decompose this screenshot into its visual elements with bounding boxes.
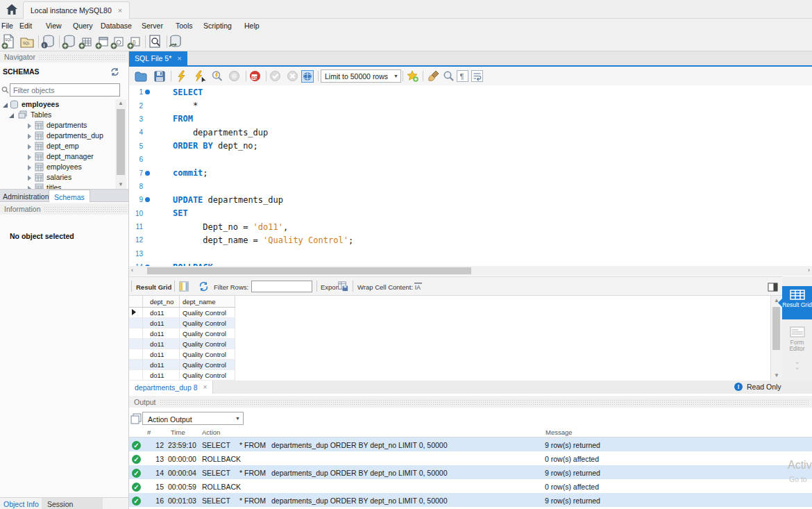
- rollback-x-icon[interactable]: [287, 70, 299, 83]
- sql-file-tab[interactable]: SQL File 5* ×: [129, 51, 187, 65]
- output-row[interactable]: ✓1500:00:59ROLLBACK0 row(s) affected: [129, 479, 812, 493]
- grid-cell[interactable]: do11: [143, 370, 180, 381]
- clean-sql-icon[interactable]: [428, 70, 440, 83]
- output-row[interactable]: ✓1300:00:00ROLLBACK0 row(s) affected: [129, 451, 812, 465]
- tree-item-dept_emp[interactable]: dept_emp: [0, 141, 115, 151]
- open-sql-script-icon[interactable]: SQL: [19, 34, 35, 49]
- editor-line-14[interactable]: 14ROLLBACK: [129, 260, 812, 266]
- grid-row[interactable]: do11Quality Control: [129, 339, 235, 349]
- editor-line-9[interactable]: 9UPDATE departments_dup: [129, 193, 812, 206]
- tree-scrollbar[interactable]: ▲ ▼: [115, 99, 126, 189]
- new-function-icon[interactable]: {}: [127, 34, 142, 49]
- menu-help[interactable]: Help: [244, 22, 260, 30]
- expand-arrow-icon[interactable]: [26, 164, 33, 170]
- result-set-tab[interactable]: departments_dup 8 ×: [129, 381, 213, 394]
- grid-icon[interactable]: [179, 281, 189, 292]
- stop-on-error-icon[interactable]: SQL: [249, 70, 262, 83]
- new-snippet-icon[interactable]: [407, 70, 419, 83]
- tree-item-Tables[interactable]: Tables: [0, 110, 115, 120]
- menu-edit[interactable]: Edit: [19, 22, 32, 30]
- connection-tab-close-icon[interactable]: ×: [118, 6, 122, 15]
- invisible-chars-icon[interactable]: ¶: [457, 70, 469, 83]
- tree-scrollbar-thumb[interactable]: [117, 109, 125, 175]
- editor-line-4[interactable]: 4 departments_dup: [129, 126, 812, 139]
- open-script-icon[interactable]: [135, 70, 147, 83]
- sql-editor[interactable]: 1SELECT2 *3FROM4 departments_dup5ORDER B…: [129, 85, 812, 266]
- grid-row[interactable]: do11Quality Control: [129, 370, 235, 381]
- home-icon[interactable]: [6, 3, 18, 16]
- grid-cell[interactable]: Quality Control: [180, 360, 235, 370]
- grid-cell[interactable]: do11: [143, 349, 180, 360]
- connection-info-icon[interactable]: i: [41, 34, 56, 49]
- connection-tab[interactable]: Local instance MySQL80 ×: [23, 1, 130, 19]
- editor-line-12[interactable]: 12 dept_name = 'Quality Control';: [129, 233, 812, 247]
- wrap-text-icon[interactable]: [471, 70, 484, 83]
- output-row[interactable]: ✓1600:01:03SELECT* FROMdepartments_dup O…: [129, 493, 812, 507]
- editor-line-5[interactable]: 5ORDER BY dept_no;: [129, 140, 812, 153]
- editor-line-7[interactable]: 7commit;: [129, 166, 812, 179]
- tab-object-info[interactable]: Object Info: [3, 500, 39, 508]
- editor-line-13[interactable]: 13: [129, 247, 812, 260]
- editor-line-2[interactable]: 2 *: [129, 99, 812, 112]
- export-icon[interactable]: [338, 281, 348, 292]
- scroll-up-icon[interactable]: ▲: [115, 100, 126, 107]
- tree-item-departments_dup[interactable]: departments_dup: [0, 131, 115, 141]
- grid-scrollbar-thumb[interactable]: [772, 307, 780, 350]
- find-icon[interactable]: [443, 70, 455, 83]
- editor-line-6[interactable]: 6: [129, 153, 812, 166]
- tree-item-departments[interactable]: departments: [0, 120, 115, 131]
- explain-plan-icon[interactable]: [211, 70, 223, 83]
- data-migration-icon[interactable]: [168, 34, 183, 49]
- tree-item-employees[interactable]: employees: [0, 99, 115, 110]
- new-sql-file-icon[interactable]: SQL: [1, 34, 17, 49]
- panel-more-chevron-icon[interactable]: ⌄⌄: [782, 358, 812, 369]
- sql-file-tab-close-icon[interactable]: ×: [177, 54, 181, 62]
- output-type-dropdown[interactable]: Action Output ▼: [142, 412, 244, 425]
- grid-column-header[interactable]: dept_name: [180, 296, 235, 307]
- tab-administration[interactable]: Administration: [3, 192, 49, 201]
- menu-server[interactable]: Server: [142, 22, 163, 30]
- tab-schemas[interactable]: Schemas: [49, 190, 90, 202]
- editor-line-11[interactable]: 11 Dept_no = 'do11',: [129, 220, 812, 233]
- grid-cell[interactable]: do11: [143, 328, 180, 339]
- grid-cell[interactable]: do11: [143, 339, 180, 349]
- menu-scripting[interactable]: Scripting: [203, 22, 232, 30]
- grid-cell[interactable]: Quality Control: [180, 370, 235, 381]
- search-objects-icon[interactable]: [148, 34, 163, 49]
- refresh-icon[interactable]: [198, 281, 209, 292]
- tree-item-dept_manager[interactable]: dept_manager: [0, 151, 115, 162]
- menu-query[interactable]: Query: [73, 22, 93, 30]
- wrap-cell-icon[interactable]: IA: [413, 281, 423, 292]
- scroll-down-icon[interactable]: ▼: [771, 372, 782, 379]
- menu-file[interactable]: File: [1, 22, 13, 30]
- grid-cell[interactable]: Quality Control: [180, 308, 235, 318]
- editor-hscrollbar-thumb[interactable]: [147, 267, 471, 274]
- expand-arrow-icon[interactable]: [26, 122, 33, 128]
- new-stored-procedure-icon[interactable]: [110, 34, 126, 49]
- new-connection-icon[interactable]: [62, 34, 77, 49]
- grid-column-header[interactable]: dept_no: [143, 296, 180, 307]
- refresh-schemas-icon[interactable]: [110, 67, 119, 76]
- limit-rows-dropdown[interactable]: Limit to 50000 rows ▼: [321, 69, 401, 83]
- grid-row[interactable]: do11Quality Control: [129, 308, 235, 318]
- grid-row[interactable]: do11Quality Control: [129, 318, 235, 328]
- scroll-right-icon[interactable]: ›: [808, 267, 810, 274]
- collapse-arrow-icon[interactable]: [2, 101, 8, 108]
- editor-hscrollbar[interactable]: ‹ ›: [129, 266, 812, 276]
- stop-execution-icon[interactable]: [228, 70, 241, 83]
- output-row[interactable]: ✓1400:00:04SELECT* FROMdepartments_dup O…: [129, 465, 812, 479]
- collapse-arrow-icon[interactable]: [8, 112, 15, 118]
- tree-item-titles[interactable]: titles: [0, 183, 115, 189]
- output-row[interactable]: ✓1223:59:10SELECT* FROMdepartments_dup O…: [129, 437, 812, 451]
- result-set-tab-close-icon[interactable]: ×: [203, 383, 207, 391]
- editor-line-1[interactable]: 1SELECT: [129, 85, 812, 99]
- filter-objects-input[interactable]: [10, 83, 120, 97]
- grid-cell[interactable]: do11: [143, 318, 180, 328]
- filter-rows-input[interactable]: [251, 281, 312, 292]
- expand-arrow-icon[interactable]: [26, 143, 33, 149]
- grid-cell[interactable]: do11: [143, 360, 180, 370]
- new-view-icon[interactable]: [95, 34, 110, 49]
- execute-script-icon[interactable]: [176, 70, 188, 83]
- menu-view[interactable]: View: [46, 22, 62, 30]
- grid-cell[interactable]: do11: [143, 308, 180, 318]
